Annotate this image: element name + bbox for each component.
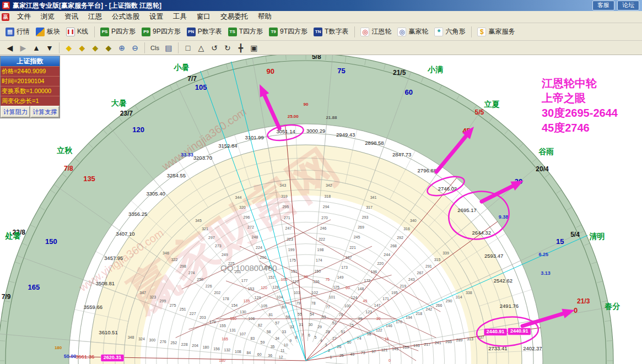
svg-text:293: 293 — [362, 215, 369, 219]
svg-text:79: 79 — [296, 301, 300, 305]
nav-forward-icon[interactable]: ▶ — [17, 42, 30, 54]
svg-text:73: 73 — [361, 351, 365, 355]
calc-support-button[interactable]: 计算支撑 — [30, 106, 60, 118]
menu-item-window[interactable]: 窗口 — [192, 10, 215, 23]
toolbar-item-pn[interactable]: PNP数字表 — [184, 26, 225, 37]
toolbar-item-t9[interactable]: T99T四方形 — [266, 26, 310, 37]
calc-resistance-button[interactable]: 计算阻力 — [1, 106, 30, 118]
menu-item-browse[interactable]: 浏览 — [36, 10, 60, 23]
diamond-tool-1-icon[interactable]: ◆ — [62, 42, 75, 54]
svg-text:268: 268 — [390, 244, 397, 248]
svg-text:169: 169 — [403, 345, 409, 349]
svg-text:343: 343 — [279, 183, 286, 187]
toolbar-item-bankuai[interactable]: 板块 — [33, 26, 63, 37]
svg-text:220: 220 — [377, 262, 384, 265]
toolbar-separator — [59, 42, 60, 53]
service-icon: $ — [477, 28, 486, 36]
svg-text:2695.17: 2695.17 — [457, 207, 476, 213]
kline-icon: ▌▐ — [66, 28, 75, 36]
svg-text:222: 222 — [319, 237, 325, 241]
svg-text:155: 155 — [219, 324, 226, 328]
toolbar-item-label: K线 — [77, 27, 88, 36]
svg-text:153: 153 — [248, 287, 255, 291]
shape-triangle-icon[interactable]: △ — [195, 42, 208, 54]
quote-panel-title[interactable]: 上证指数 — [1, 56, 60, 66]
menu-item-help[interactable]: 帮助 — [253, 10, 277, 23]
svg-text:50.00: 50.00 — [64, 354, 77, 359]
svg-text:296: 296 — [244, 215, 250, 219]
svg-text:315: 315 — [434, 258, 441, 262]
p9-icon: P9 — [142, 28, 150, 36]
toolbar-item-hexagon[interactable]: *六角形 — [431, 26, 468, 37]
svg-text:53: 53 — [322, 315, 326, 319]
cls-button[interactable]: Cls — [148, 42, 162, 54]
svg-text:84: 84 — [246, 351, 251, 355]
svg-text:135: 135 — [83, 175, 95, 183]
toolbar-item-label: P四方形 — [111, 27, 136, 36]
svg-text:322: 322 — [171, 258, 178, 262]
svg-text:154: 154 — [231, 303, 238, 307]
forum-button[interactable]: 论坛 — [617, 1, 639, 10]
menu-item-gann[interactable]: 江恩 — [83, 10, 107, 23]
svg-text:105: 105 — [261, 304, 268, 308]
week-step-row: 周变化步长=1 — [1, 96, 60, 106]
menu-item-tools[interactable]: 工具 — [168, 10, 192, 23]
svg-text:5/4: 5/4 — [570, 231, 580, 238]
menu-item-news[interactable]: 资讯 — [60, 10, 83, 23]
svg-text:清明: 清明 — [589, 232, 605, 241]
svg-text:15: 15 — [556, 237, 564, 246]
ts-icon: TS — [228, 28, 237, 36]
svg-text:3254.55: 3254.55 — [167, 172, 186, 178]
pointer-up-icon[interactable]: ▲ — [30, 42, 43, 54]
svg-text:3559.66: 3559.66 — [84, 304, 102, 310]
svg-text:200: 200 — [260, 256, 267, 259]
toolbar-item-gann-wheel[interactable]: ◎江恩轮 — [358, 26, 394, 37]
svg-text:125: 125 — [333, 285, 339, 289]
svg-text:317: 317 — [366, 205, 373, 209]
svg-text:12: 12 — [279, 355, 283, 359]
toolbar-item-ps[interactable]: PSP四方形 — [98, 26, 138, 37]
zoom-in-icon[interactable]: ⊕ — [115, 42, 128, 54]
toolbar-item-label: T数字表 — [325, 27, 348, 36]
toolbar-separator — [178, 42, 179, 53]
screen-icon[interactable]: ▣ — [247, 42, 261, 54]
toolbar-item-hangqing[interactable]: ▦行情 — [3, 26, 33, 37]
move-cross-icon[interactable]: ╋ — [234, 42, 247, 54]
menu-item-settings[interactable]: 设置 — [144, 10, 168, 23]
svg-text:203: 203 — [199, 316, 206, 319]
svg-text:345: 345 — [195, 219, 202, 222]
toolbar-item-service[interactable]: $赢家服务 — [474, 26, 517, 37]
svg-text:立秋: 立秋 — [56, 146, 73, 155]
nav-back-icon[interactable]: ◀ — [3, 42, 17, 54]
zoom-out-icon[interactable]: ⊖ — [128, 42, 142, 54]
svg-text:267: 267 — [417, 271, 424, 275]
support-button[interactable]: 客服 — [592, 1, 614, 10]
menu-item-trade-entrust[interactable]: 交易委托 — [215, 10, 253, 23]
svg-text:10: 10 — [284, 343, 288, 347]
toolbar-item-kline[interactable]: ▌▐K线 — [63, 26, 91, 37]
diamond-tool-2-icon[interactable]: ◆ — [75, 42, 89, 54]
svg-text:34: 34 — [275, 336, 279, 340]
svg-text:223: 223 — [287, 237, 293, 241]
svg-text:0: 0 — [389, 358, 391, 362]
diamond-tool-4-icon[interactable]: ◆ — [102, 42, 115, 54]
svg-text:127: 127 — [292, 280, 299, 284]
rotate-ccw-icon[interactable]: ↺ — [208, 42, 221, 54]
svg-text:11: 11 — [280, 349, 284, 352]
toolbar-item-p9[interactable]: P99P四方形 — [139, 26, 184, 37]
toolbar-item-winner-wheel[interactable]: ◎赢家轮 — [395, 26, 431, 37]
rotate-cw-icon[interactable]: ↻ — [221, 42, 234, 54]
toolbar-item-label: 板块 — [47, 27, 60, 36]
menu-item-file[interactable]: 文件 — [12, 10, 36, 23]
svg-text:7/8: 7/8 — [64, 165, 73, 172]
svg-text:2898.58: 2898.58 — [365, 140, 384, 146]
diamond-tool-3-icon[interactable]: ◆ — [89, 42, 102, 54]
pointer-down-icon[interactable]: ▼ — [43, 42, 56, 54]
toolbar-item-ts[interactable]: TST四方形 — [225, 26, 266, 37]
menu-item-formula-stock-picker[interactable]: 公式选股 — [107, 10, 144, 23]
toolbar-item-tn[interactable]: TNT数字表 — [311, 26, 351, 37]
doc-icon[interactable]: ▤ — [162, 42, 175, 54]
svg-text:50: 50 — [347, 340, 352, 344]
shape-rect-icon[interactable]: □ — [181, 42, 195, 54]
svg-text:5: 5 — [315, 335, 317, 339]
